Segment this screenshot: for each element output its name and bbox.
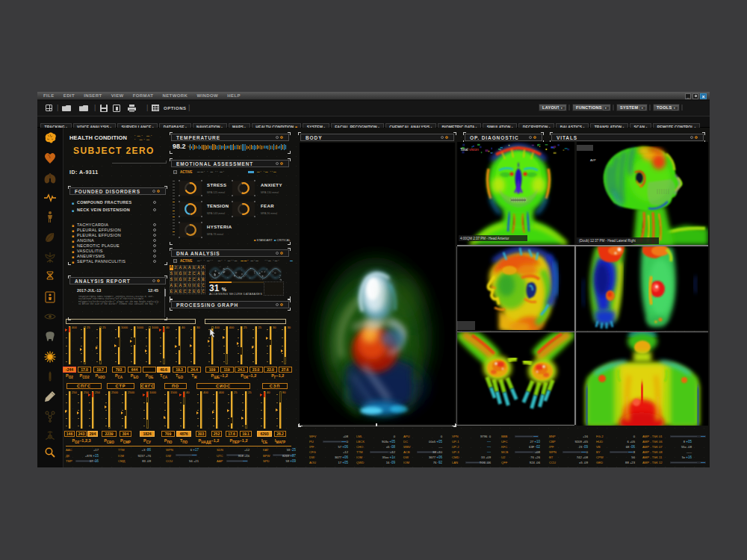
svg-text:Total vision: Total vision [460, 147, 479, 152]
svg-text:(Doub) 12:37 PM - Head Lateral: (Doub) 12:37 PM - Head Lateral Right [579, 239, 636, 243]
svg-text:4:00QM 2:37 PM - Head Anterior: 4:00QM 2:37 PM - Head Anterior [460, 237, 509, 240]
svg-text:AVP: AVP [590, 158, 596, 162]
